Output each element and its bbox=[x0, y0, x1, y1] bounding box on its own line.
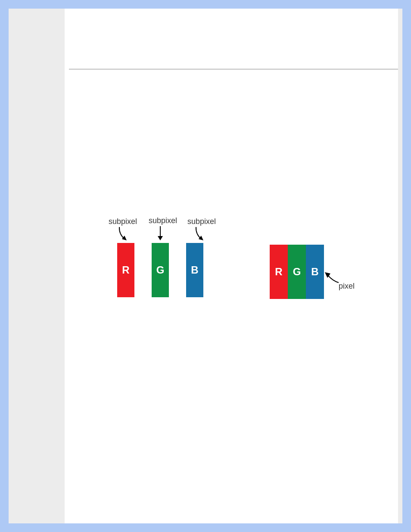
letter-r: R bbox=[122, 264, 129, 276]
right-gutter bbox=[398, 9, 402, 523]
header-divider bbox=[69, 69, 398, 69]
letter-b: B bbox=[191, 264, 198, 276]
svg-marker-2 bbox=[199, 236, 203, 240]
letter-b: B bbox=[311, 266, 318, 278]
svg-marker-1 bbox=[158, 236, 163, 240]
label-pixel: pixel bbox=[339, 282, 355, 291]
label-subpixel-g: subpixel bbox=[149, 216, 177, 225]
pixel-cell-green: G bbox=[288, 245, 306, 299]
letter-g: G bbox=[156, 264, 165, 276]
arrow-down-icon bbox=[194, 226, 207, 241]
arrow-left-icon bbox=[324, 271, 340, 284]
letter-r: R bbox=[275, 266, 282, 278]
svg-marker-0 bbox=[122, 236, 127, 240]
arrow-down-icon bbox=[117, 226, 130, 241]
subpixel-bar-blue: B bbox=[186, 243, 203, 297]
left-gutter bbox=[9, 9, 65, 523]
pixel-cell-blue: B bbox=[306, 245, 324, 299]
pixel-group: R G B bbox=[270, 245, 324, 299]
letter-g: G bbox=[293, 266, 301, 278]
rgb-subpixel-diagram: subpixel subpixel subpixel R G B R G B bbox=[69, 73, 398, 332]
subpixel-bar-red: R bbox=[117, 243, 134, 297]
arrow-down-icon bbox=[157, 225, 165, 241]
label-subpixel-b: subpixel bbox=[187, 217, 216, 226]
pixel-cell-red: R bbox=[270, 245, 288, 299]
label-subpixel-r: subpixel bbox=[109, 217, 137, 226]
subpixel-bar-green: G bbox=[152, 243, 169, 297]
